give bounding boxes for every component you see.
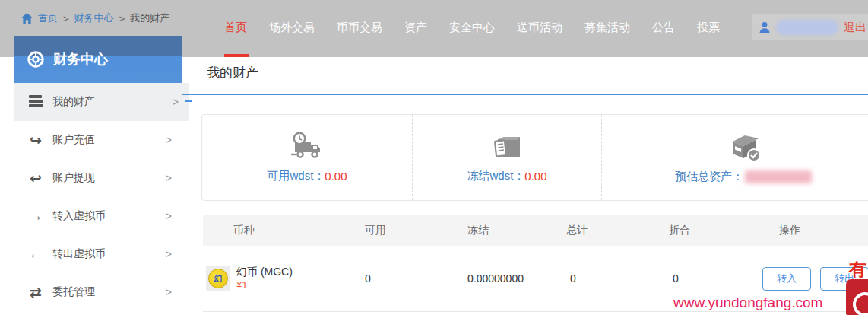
sidebar-item-my-assets[interactable]: 我的财产 > bbox=[14, 83, 189, 121]
sidebar-item-transfer-out[interactable]: ← 转出虚拟币 > bbox=[14, 235, 182, 273]
stat-value: 0.00 bbox=[524, 170, 546, 183]
nav-vote[interactable]: 投票 bbox=[697, 21, 720, 35]
username-redacted bbox=[776, 20, 838, 35]
top-nav: 首页 场外交易 币币交易 资产 安全中心 送币活动 募集活动 公告 投票 bbox=[224, 21, 720, 35]
coin-price: ¥1 bbox=[236, 278, 293, 291]
coin-icon-wrap: 幻 bbox=[206, 266, 230, 291]
user-icon bbox=[759, 21, 771, 33]
user-account-area[interactable]: 退出 bbox=[752, 14, 868, 40]
chevron-right-icon: > bbox=[166, 286, 172, 298]
stat-label: 预估总资产： bbox=[675, 170, 743, 184]
chevron-right-icon: > bbox=[166, 248, 172, 260]
nav-coin-giveaway[interactable]: 送币活动 bbox=[517, 21, 562, 35]
side-banner-char: 有 bbox=[849, 258, 866, 282]
page-title: 我的财产 bbox=[207, 64, 258, 81]
nav-active-underline bbox=[224, 54, 249, 57]
truck-clock-icon bbox=[290, 132, 325, 162]
stat-label: 冻结wdst： bbox=[467, 169, 524, 183]
nav-coin-trade[interactable]: 币币交易 bbox=[337, 21, 382, 35]
nav-home[interactable]: 首页 bbox=[224, 21, 247, 35]
title-divider bbox=[182, 94, 868, 95]
coin-name: 幻币 (MGC) bbox=[236, 266, 293, 278]
transfer-out-arrow-icon: ← bbox=[27, 246, 45, 262]
stat-value: 0.00 bbox=[325, 170, 347, 183]
breadcrumb: 首页 > 财务中心 > 我的财产 bbox=[21, 11, 169, 25]
chevron-right-icon: > bbox=[166, 172, 172, 184]
chevron-right-icon: > bbox=[166, 134, 172, 146]
sidebar-header: 财务中心 bbox=[14, 36, 182, 83]
stats-card: 可用wdst： 0.00 冻结wdst： 0.00 bbox=[201, 114, 868, 201]
home-icon[interactable] bbox=[21, 13, 33, 24]
col-actions: 操作 bbox=[760, 224, 868, 237]
nav-otc[interactable]: 场外交易 bbox=[269, 21, 315, 35]
chevron-right-icon: > bbox=[173, 96, 179, 108]
page-canvas: 首页 > 财务中心 > 我的财产 首页 场外交易 币币交易 资产 安全中心 送币… bbox=[0, 0, 868, 315]
sidebar-menu: 我的财产 > ↪ 账户充值 > ↩ 账户提现 > → 转入虚拟币 > ← 转出虚… bbox=[14, 83, 182, 311]
watermark-text: www.yundongfang.com bbox=[673, 294, 822, 311]
transfer-in-arrow-icon: → bbox=[27, 208, 45, 224]
sidebar-title: 财务中心 bbox=[53, 50, 108, 68]
transfer-in-button[interactable]: 转入 bbox=[762, 267, 811, 291]
corner-logo bbox=[846, 279, 868, 315]
nav-assets[interactable]: 资产 bbox=[404, 21, 427, 35]
withdraw-curved-arrow-icon: ↩ bbox=[27, 170, 45, 187]
deposit-curved-arrow-icon: ↪ bbox=[27, 132, 45, 149]
stat-total-assets: 预估总资产： bbox=[601, 115, 868, 200]
coin-icon: 幻 bbox=[208, 269, 228, 288]
col-coin: 币种 bbox=[203, 224, 350, 237]
nav-fundraising[interactable]: 募集活动 bbox=[584, 21, 630, 35]
nav-announcement[interactable]: 公告 bbox=[652, 21, 675, 35]
clipboard-box-icon bbox=[491, 132, 523, 162]
stat-available: 可用wdst： 0.00 bbox=[202, 115, 412, 200]
breadcrumb-home[interactable]: 首页 bbox=[38, 11, 58, 25]
sidebar-item-deposit[interactable]: ↪ 账户充值 > bbox=[14, 121, 182, 159]
breadcrumb-current: 我的财产 bbox=[130, 11, 169, 25]
cell-available: 0 bbox=[350, 272, 445, 285]
breadcrumb-separator: > bbox=[119, 13, 125, 24]
col-total: 总计 bbox=[551, 224, 654, 237]
stat-value-redacted bbox=[745, 170, 812, 183]
delegate-exchange-icon: ⇄ bbox=[27, 284, 45, 301]
sidebar-item-delegate[interactable]: ⇄ 委托管理 > bbox=[14, 273, 182, 311]
sidebar-item-withdraw[interactable]: ↩ 账户提现 > bbox=[14, 159, 182, 197]
cell-frozen: 0.00000000 bbox=[445, 272, 551, 285]
cell-total: 0 bbox=[551, 272, 654, 285]
assets-list-icon bbox=[27, 95, 45, 109]
stat-frozen: 冻结wdst： 0.00 bbox=[412, 115, 601, 200]
nav-security[interactable]: 安全中心 bbox=[449, 21, 495, 35]
breadcrumb-section[interactable]: 财务中心 bbox=[74, 11, 114, 25]
package-check-icon bbox=[725, 131, 762, 163]
active-item-marker bbox=[185, 100, 192, 102]
logout-button[interactable]: 退出 bbox=[844, 21, 866, 35]
stat-label: 可用wdst： bbox=[267, 169, 325, 183]
col-converted: 折合 bbox=[654, 224, 760, 237]
assets-table-header: 币种 可用 冻结 总计 折合 操作 bbox=[203, 215, 868, 246]
cell-converted: 0 bbox=[654, 272, 760, 285]
col-available: 可用 bbox=[350, 224, 445, 237]
col-frozen: 冻结 bbox=[445, 224, 551, 237]
chevron-right-icon: > bbox=[166, 210, 172, 222]
lifebuoy-icon bbox=[27, 51, 44, 68]
sidebar-item-transfer-in[interactable]: → 转入虚拟币 > bbox=[14, 197, 182, 235]
breadcrumb-separator: > bbox=[63, 13, 69, 24]
